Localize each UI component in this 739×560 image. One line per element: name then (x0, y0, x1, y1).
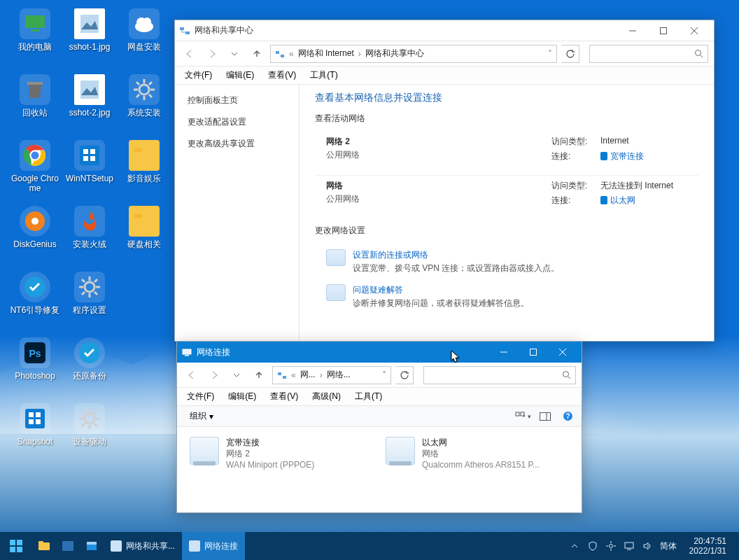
breadcrumb-item[interactable]: 网络和共享中心 (365, 48, 424, 59)
security-icon[interactable] (587, 540, 598, 552)
desktop-icon[interactable]: Google Chrome (8, 140, 62, 200)
svg-line-58 (94, 424, 97, 426)
access-label: 访问类型: (551, 180, 593, 192)
help-button[interactable]: ? (559, 409, 576, 424)
address-dropdown-icon[interactable]: ˅ (548, 49, 552, 59)
clock[interactable]: 20:47:51 2022/1/31 (684, 533, 732, 559)
forward-button[interactable] (205, 366, 223, 384)
volume-icon[interactable] (642, 540, 653, 552)
maximize-button[interactable] (648, 21, 679, 41)
minimize-button[interactable] (617, 21, 648, 41)
forward-button[interactable] (203, 45, 221, 63)
window-title: 网络和共享中心 (195, 24, 617, 36)
taskbar-pinned-app1[interactable] (56, 532, 80, 560)
svg-rect-25 (80, 146, 99, 165)
desktop-icon[interactable]: 我的电脑 (8, 8, 62, 69)
svg-line-70 (701, 55, 703, 57)
network-block: 网络 2 公用网络 访问类型:Internet 连接:宽带连接 (315, 132, 698, 176)
window-network-center: 网络和共享中心 « 网络和 Internet › 网络和共享中心 ˅ 文件(F)… (174, 20, 715, 342)
round-icon (20, 272, 50, 302)
breadcrumb-item[interactable]: 网络和 Internet (298, 48, 354, 59)
address-dropdown-icon[interactable]: ˅ (382, 370, 386, 380)
address-bar[interactable]: « 网... › 网络... ˅ (272, 366, 391, 384)
history-dropdown[interactable] (227, 366, 246, 384)
desktop-icon[interactable]: PsPhotoshop (8, 337, 62, 398)
desktop-icon[interactable]: 影音娱乐 (118, 140, 171, 200)
change-setting-link[interactable]: 设置新的连接或网络 (353, 249, 559, 261)
menu-item[interactable]: 工具(T) (349, 388, 388, 405)
image-icon (74, 8, 105, 39)
close-button[interactable] (548, 342, 577, 362)
start-button[interactable] (0, 532, 32, 560)
breadcrumb-item[interactable]: 网络... (327, 369, 351, 381)
connection-link[interactable]: 以太网 (600, 195, 635, 206)
menu-item[interactable]: 编辑(E) (223, 388, 262, 405)
back-button[interactable] (181, 45, 199, 63)
desktop-icon[interactable]: 系统安装 (118, 74, 171, 134)
organize-button[interactable]: 组织▾ (183, 407, 220, 425)
search-box[interactable] (423, 366, 576, 384)
section-label-change: 更改网络设置 (315, 225, 698, 237)
up-button[interactable] (250, 366, 268, 384)
control-panel-icon (277, 370, 287, 380)
desktop-icon[interactable]: Snapshot (8, 403, 62, 463)
connection-link[interactable]: 宽带连接 (600, 150, 644, 162)
sidepane-link[interactable]: 更改适配器设置 (188, 116, 286, 128)
preview-pane-button[interactable] (537, 409, 554, 424)
menu-item[interactable]: 高级(N) (307, 388, 346, 405)
access-value: 无法连接到 Internet (600, 180, 673, 192)
close-button[interactable] (679, 21, 710, 41)
refresh-button[interactable] (561, 45, 579, 63)
menu-item[interactable]: 查看(V) (262, 67, 302, 83)
tray-overflow-icon[interactable] (569, 540, 580, 552)
menu-item[interactable]: 文件(F) (179, 67, 218, 83)
settings-tray-icon[interactable] (605, 540, 617, 552)
titlebar[interactable]: 网络连接 (177, 342, 582, 363)
desktop-icon[interactable]: 硬盘相关 (118, 206, 171, 266)
taskbar-task[interactable]: 网络连接 (182, 532, 245, 560)
ime-indicator[interactable]: 简体 (660, 540, 677, 552)
connection-item[interactable]: 宽带连接 网络 2 WAN Miniport (PPPOE) (190, 437, 358, 470)
desktop-icon[interactable]: 回收站 (8, 74, 62, 134)
flame-icon (74, 206, 105, 237)
taskbar-pinned-explorer[interactable] (32, 532, 56, 560)
task-icon (111, 540, 122, 552)
desktop-icon[interactable]: 程序设置 (63, 272, 116, 332)
desktop-icon[interactable]: WinNTSetup (63, 140, 116, 200)
menu-item[interactable]: 编辑(E) (220, 67, 260, 83)
desktop-icon[interactable]: sshot-1.jpg (63, 8, 116, 69)
minimize-button[interactable] (489, 342, 519, 362)
taskbar-task[interactable]: 网络和共享... (104, 532, 182, 560)
refresh-button[interactable] (395, 366, 414, 384)
search-box[interactable] (589, 45, 708, 63)
search-icon (562, 370, 571, 379)
desktop-icon[interactable]: DiskGenius (8, 206, 62, 266)
back-button[interactable] (183, 366, 201, 384)
menu-item[interactable]: 工具(T) (304, 67, 343, 83)
menu-item[interactable]: 文件(F) (181, 388, 220, 405)
view-options-button[interactable]: ▾ (514, 409, 531, 424)
breadcrumb-item[interactable]: 网... (300, 369, 316, 381)
svg-line-59 (94, 411, 97, 414)
titlebar[interactable]: 网络和共享中心 (175, 20, 714, 41)
svg-rect-78 (283, 376, 286, 379)
address-bar[interactable]: « 网络和 Internet › 网络和共享中心 ˅ (270, 45, 557, 63)
menu-item[interactable]: 查看(V) (265, 388, 304, 405)
gear-icon (129, 74, 160, 105)
desktop-icon[interactable]: NT6引导修复 (8, 272, 62, 332)
change-setting-link[interactable]: 问题疑难解答 (353, 284, 529, 296)
window-body: 控制面板主页更改适配器设置更改高级共享设置 查看基本网络信息并设置连接 查看活动… (175, 85, 714, 341)
up-button[interactable] (248, 45, 266, 63)
desktop-icon[interactable]: 还原备份 (63, 337, 116, 398)
sidepane-link[interactable]: 更改高级共享设置 (188, 138, 286, 150)
desktop-icon[interactable]: sshot-2.jpg (63, 74, 116, 134)
maximize-button[interactable] (519, 342, 548, 362)
desktop-icon[interactable]: 设备驱动 (63, 403, 116, 463)
desktop-icon[interactable]: 安装火绒 (63, 206, 116, 266)
sidepane-link[interactable]: 控制面板主页 (188, 94, 286, 106)
connection-item[interactable]: 以太网 网络 Qualcomm Atheros AR8151 P... (386, 437, 554, 470)
network-tray-icon[interactable] (624, 540, 635, 552)
taskbar-pinned-app2[interactable] (80, 532, 104, 560)
history-dropdown[interactable] (225, 45, 244, 63)
desktop-icon[interactable]: 网盘安装 (118, 8, 171, 69)
